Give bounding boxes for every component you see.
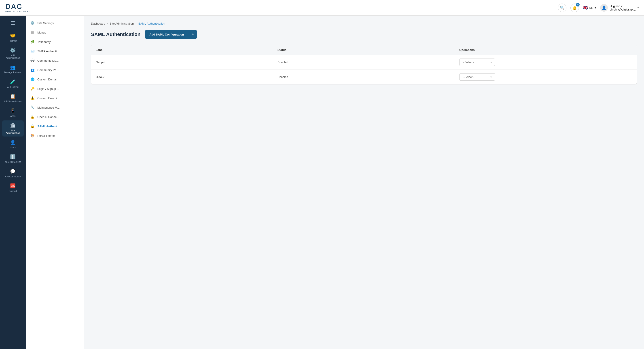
sec-sidebar-label: Taxonomy — [37, 40, 50, 43]
sec-sidebar-custom-domain[interactable]: 🌐 Custom Domain — [26, 75, 84, 84]
row-1-select-chevron-icon: ▾ — [490, 61, 492, 64]
sidebar-item-label: API Administration — [4, 54, 22, 59]
sec-sidebar-label: Custom Error P... — [37, 96, 60, 100]
sidebar-item-partners[interactable]: 🤝 Partners — [2, 31, 24, 44]
search-icon: 🔍 — [560, 5, 564, 10]
sidebar-item-support[interactable]: 🆘 Support — [2, 181, 24, 195]
logo-main-text: DAC — [5, 3, 22, 10]
breadcrumb-saml-auth: SAML Authentication — [138, 22, 165, 25]
row-2-select-chevron-icon: ▾ — [490, 75, 492, 79]
secondary-sidebar: ⚙️ Site Settings ▦ Menus 🌿 Taxonomy ✉️ S… — [26, 16, 84, 349]
about-icon: ℹ️ — [10, 154, 16, 160]
manage-partners-icon: 👥 — [10, 64, 16, 70]
add-saml-configuration-button[interactable]: Add SAML Configuration + — [145, 30, 197, 39]
breadcrumb-sep-2: › — [136, 22, 136, 25]
sidebar-item-api-community[interactable]: 💬 API Community — [2, 166, 24, 180]
sec-sidebar-saml-auth[interactable]: 🔒 SAML Authent... — [26, 122, 84, 131]
sec-sidebar-label: Site Settings — [37, 21, 54, 25]
portal-theme-icon: 🎨 — [30, 133, 35, 138]
row-1-status: Enabled — [273, 55, 455, 69]
api-community-icon: 💬 — [10, 169, 16, 174]
sidebar-item-label: Users — [10, 146, 16, 149]
notifications-button[interactable]: 🔔 0 — [570, 3, 579, 12]
page-header: SAML Authentication Add SAML Configurati… — [91, 30, 637, 39]
api-administration-icon: ⚙️ — [10, 47, 16, 53]
sec-sidebar-taxonomy[interactable]: 🌿 Taxonomy — [26, 37, 84, 46]
community-icon: 👥 — [30, 68, 35, 72]
row-1-select-label: - Select - — [463, 60, 474, 64]
sec-sidebar-menus[interactable]: ▦ Menus — [26, 28, 84, 37]
menus-icon: ▦ — [30, 30, 35, 35]
lang-label: EN — [589, 6, 593, 9]
saml-icon: 🔒 — [30, 124, 35, 128]
breadcrumb: Dashboard › Site Administration › SAML A… — [91, 22, 637, 25]
user-menu[interactable]: 👤 Hi girish v girish.v@digitalapi... ▾ — [600, 4, 639, 12]
custom-domain-icon: 🌐 — [30, 77, 35, 81]
hamburger-icon: ☰ — [11, 20, 15, 26]
sec-sidebar-label: Login / Signup ... — [37, 87, 59, 90]
sec-sidebar-smtp-auth[interactable]: ✉️ SMTP Authenti... — [26, 46, 84, 56]
sec-sidebar-site-settings[interactable]: ⚙️ Site Settings — [26, 18, 84, 28]
sec-sidebar-community-pa[interactable]: 👥 Community Pa... — [26, 65, 84, 75]
sidebar-item-api-testing[interactable]: 🧪 API Testing — [2, 77, 24, 90]
maintenance-icon: 🔧 — [30, 105, 35, 110]
row-2-select-dropdown[interactable]: - Select - ▾ — [459, 73, 495, 81]
breadcrumb-site-admin[interactable]: Site Administration — [110, 22, 134, 25]
api-subscriptions-icon: 📋 — [10, 94, 16, 99]
login-signup-icon: 🔑 — [30, 86, 35, 91]
sec-sidebar-label: Portal Theme — [37, 134, 55, 137]
sidebar-item-site-administration[interactable]: 🏛️ Site Administration — [2, 120, 24, 136]
sec-sidebar-custom-error[interactable]: ⚠️ Custom Error P... — [26, 93, 84, 103]
bell-icon: 🔔 — [572, 5, 577, 10]
sec-sidebar-label: SMTP Authenti... — [37, 50, 59, 53]
flag-icon: 🇬🇧 — [583, 5, 588, 10]
sidebar-item-label: Manage Partners — [4, 71, 22, 74]
users-icon: 👤 — [10, 140, 16, 145]
site-settings-icon: ⚙️ — [30, 21, 35, 25]
sec-sidebar-label: Custom Domain — [37, 78, 58, 81]
table-row: Okta-2 Enabled - Select - ▾ — [91, 70, 636, 84]
sidebar-item-apps[interactable]: 📱 Apps — [2, 106, 24, 119]
row-1-label: Gappid — [91, 55, 273, 69]
col-header-operations: Operations — [455, 45, 636, 55]
sec-sidebar-portal-theme[interactable]: 🎨 Portal Theme — [26, 131, 84, 140]
site-administration-icon: 🏛️ — [10, 123, 16, 128]
sidebar-item-api-subscriptions[interactable]: 📋 API Subscriptions — [2, 91, 24, 105]
openid-icon: 🔓 — [30, 115, 35, 119]
hamburger-button[interactable]: ☰ — [8, 18, 18, 28]
sidebar-item-label: API Subscriptions — [4, 100, 22, 103]
add-button-plus-icon: + — [189, 30, 197, 39]
search-button[interactable]: 🔍 — [558, 3, 566, 12]
sidebar-item-manage-partners[interactable]: 👥 Manage Partners — [2, 62, 24, 76]
user-name: Hi girish v — [610, 4, 636, 8]
sec-sidebar-login-signup[interactable]: 🔑 Login / Signup ... — [26, 84, 84, 93]
sidebar-item-users[interactable]: 👤 Users — [2, 137, 24, 151]
row-2-label: Okta-2 — [91, 70, 273, 84]
logo-sub-text: DIGITAL APICRAFT — [5, 10, 30, 12]
sidebar-item-label: API Community — [5, 175, 20, 178]
sec-sidebar-comments-mo[interactable]: 💬 Comments Mo... — [26, 56, 84, 65]
row-1-select-dropdown[interactable]: - Select - ▾ — [459, 58, 495, 66]
breadcrumb-sep-1: › — [107, 22, 108, 25]
partners-icon: 🤝 — [10, 33, 16, 38]
smtp-auth-icon: ✉️ — [30, 49, 35, 53]
sec-sidebar-label: Comments Mo... — [37, 59, 58, 62]
avatar: 👤 — [600, 4, 608, 12]
language-selector[interactable]: 🇬🇧 EN ▾ — [583, 5, 596, 10]
sec-sidebar-openid[interactable]: 🔓 OpenID Conne... — [26, 112, 84, 122]
sec-sidebar-maintenance[interactable]: 🔧 Maintenance M... — [26, 103, 84, 112]
sec-sidebar-label: Community Pa... — [37, 68, 59, 72]
sidebar-item-about-oneapim[interactable]: ℹ️ About OneAPIM — [2, 152, 24, 166]
breadcrumb-dashboard[interactable]: Dashboard — [91, 22, 105, 25]
left-sidebar: ☰ 🤝 Partners ⚙️ API Administration 👥 Man… — [0, 16, 26, 349]
sidebar-item-label: API Testing — [7, 86, 18, 88]
sec-sidebar-label: SAML Authent... — [37, 125, 60, 128]
custom-error-icon: ⚠️ — [30, 96, 35, 100]
support-icon: 🆘 — [10, 183, 16, 189]
apps-icon: 📱 — [10, 108, 16, 113]
saml-table: Label Status Operations Gappid Enabled -… — [91, 45, 637, 84]
comments-icon: 💬 — [30, 58, 35, 63]
sidebar-item-api-administration[interactable]: ⚙️ API Administration — [2, 45, 24, 61]
col-header-label: Label — [91, 45, 273, 55]
notification-badge: 0 — [576, 3, 580, 6]
